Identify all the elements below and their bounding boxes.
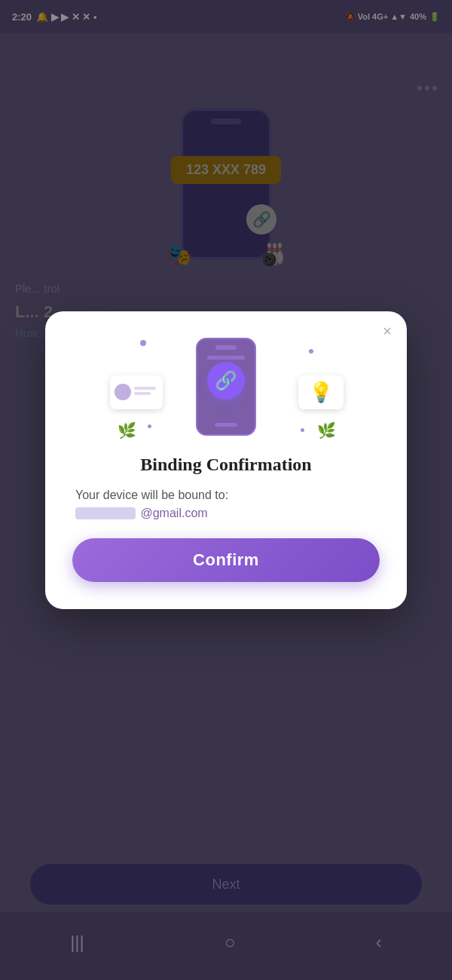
binding-confirmation-modal: × 🔗	[45, 311, 407, 609]
confirm-button[interactable]: Confirm	[72, 538, 380, 582]
modal-body-text: Your device will be bound to:	[75, 488, 377, 502]
modal-phone-bottom-bar	[215, 423, 237, 427]
modal-close-button[interactable]: ×	[383, 323, 392, 338]
card-line-1	[134, 387, 156, 390]
email-blur-placeholder	[75, 507, 136, 519]
bulb-icon: 💡	[309, 381, 333, 404]
modal-phone: 🔗	[196, 338, 256, 436]
modal-title: Binding Confirmation	[72, 455, 380, 475]
card-lines	[134, 387, 158, 397]
card-right-bulb: 💡	[298, 375, 344, 409]
card-avatar	[115, 384, 131, 400]
deco-dot-2	[309, 349, 313, 354]
modal-phone-notch	[215, 345, 237, 350]
chain-link-icon: 🔗	[207, 362, 245, 400]
modal-phone-line	[207, 356, 245, 360]
leaf-right: 🌿	[317, 421, 336, 439]
modal-email: @gmail.com	[75, 507, 377, 520]
modal-illustration: 🔗 💡 🌿 🌿	[72, 334, 380, 439]
deco-dot-1	[140, 340, 146, 346]
leaf-left: 🌿	[118, 421, 136, 439]
card-left	[110, 375, 163, 409]
email-domain: @gmail.com	[140, 507, 207, 519]
card-line-2	[134, 392, 151, 395]
deco-dot-3	[148, 424, 151, 428]
modal-body: Your device will be bound to: @gmail.com	[72, 488, 380, 520]
deco-dot-4	[301, 428, 304, 432]
modal-overlay: × 🔗	[0, 0, 452, 980]
